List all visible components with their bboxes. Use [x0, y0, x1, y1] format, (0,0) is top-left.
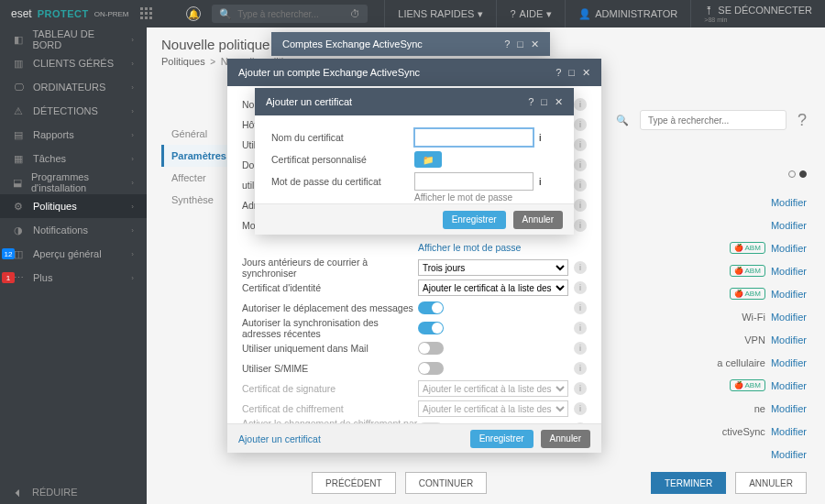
chevron-right-icon: › [131, 203, 134, 211]
sidebar-item-1[interactable]: ▥CLIENTS GÉRÉS› [0, 51, 147, 75]
field-label: Autoriser la synchronisation des adresse… [242, 317, 418, 339]
info-icon[interactable]: i [574, 179, 587, 192]
sync-days-select[interactable]: Trois jours [418, 259, 568, 276]
info-icon[interactable]: i [539, 176, 541, 187]
info-icon[interactable]: i [574, 199, 587, 212]
chevron-right-icon: › [131, 60, 134, 68]
toggle-dots[interactable] [788, 170, 807, 178]
info-icon[interactable]: i [574, 322, 587, 334]
modify-link[interactable]: Modifier [771, 380, 807, 391]
list-item: Wi-FiModifier [605, 305, 807, 328]
badge: 12 [2, 248, 15, 259]
item-label: ne [605, 403, 765, 414]
chevron-down-icon: ▾ [546, 8, 552, 20]
smime-toggle[interactable] [418, 362, 444, 375]
bell-icon[interactable]: 🔔 [186, 6, 201, 21]
info-icon[interactable]: i [574, 138, 587, 151]
sidebar-item-5[interactable]: ▦Tâches› [0, 147, 147, 170]
modify-link[interactable]: Modifier [771, 197, 807, 208]
modify-link[interactable]: Modifier [771, 243, 807, 254]
cert-name-input[interactable] [414, 128, 534, 147]
sidebar-item-4[interactable]: ▤Rapports› [0, 123, 147, 147]
help-icon[interactable]: ? [556, 67, 561, 79]
help-menu[interactable]: ? AIDE ▾ [496, 0, 565, 27]
list-item: 🍎 ABMModifier [605, 236, 807, 259]
user-icon: 👤 [578, 8, 591, 20]
sidebar-item-2[interactable]: 🖵ORDINATEURS› [0, 75, 147, 99]
crumb-policies[interactable]: Politiques [161, 56, 205, 67]
sidebar-item-10[interactable]: 1⋯Plus› [0, 266, 147, 290]
sidebar-item-3[interactable]: ⚠DÉTECTIONS› [0, 99, 147, 123]
quick-links[interactable]: LIENS RAPIDES ▾ [384, 0, 496, 27]
modify-link[interactable]: Modifier [771, 289, 807, 300]
identity-cert-select[interactable]: Ajouter le certificat à la liste des cer… [418, 279, 568, 296]
modify-link[interactable]: Modifier [771, 449, 807, 460]
info-icon[interactable]: i [574, 362, 587, 375]
show-password-link[interactable]: Afficher le mot de passe [414, 192, 557, 203]
close-icon[interactable]: ✕ [555, 96, 563, 108]
info-icon[interactable]: i [574, 159, 587, 171]
wizard-finish-button[interactable]: TERMINER [651, 472, 726, 494]
maximize-icon[interactable]: □ [517, 38, 523, 50]
policy-list: ModifierModifier🍎 ABMModifier🍎 ABMModifi… [605, 191, 807, 466]
sidebar-collapse[interactable]: ⏴RÉDUIRE [0, 480, 147, 504]
sidebar-icon: ▤ [13, 129, 24, 140]
sidebar-item-0[interactable]: ◧TABLEAU DE BORD› [0, 27, 147, 51]
show-password-link[interactable]: Afficher le mot de passe [418, 242, 521, 253]
help-icon[interactable]: ? [798, 111, 807, 130]
info-icon[interactable]: i [574, 261, 587, 274]
modal3-cancel-button[interactable]: Annuler [513, 211, 563, 229]
modify-link[interactable]: Modifier [771, 266, 807, 277]
info-icon[interactable]: i [574, 118, 587, 131]
info-icon[interactable]: i [574, 342, 587, 355]
info-icon[interactable]: i [574, 382, 587, 395]
field-label: Jours antérieurs de courrier à synchroni… [242, 257, 418, 279]
chevron-right-icon: › [131, 36, 134, 44]
info-icon[interactable]: i [574, 98, 587, 111]
modify-link[interactable]: Modifier [771, 334, 807, 345]
info-icon[interactable]: i [574, 281, 587, 294]
help-icon[interactable]: ? [504, 38, 510, 50]
maximize-icon[interactable]: □ [568, 67, 575, 79]
sidebar-item-7[interactable]: ⚙Politiques› [0, 194, 147, 218]
modal3-save-button[interactable]: Enregistrer [443, 211, 506, 229]
search-icon: 🔍 [616, 115, 629, 126]
cert-pwd-input[interactable] [414, 172, 534, 191]
wizard-cancel-button[interactable]: ANNULER [735, 472, 807, 494]
close-icon[interactable]: ✕ [582, 67, 590, 79]
apps-icon[interactable] [140, 7, 153, 20]
close-icon[interactable]: ✕ [531, 38, 539, 50]
modal2-save-button[interactable]: Enregistrer [470, 430, 534, 448]
only-mail-toggle[interactable] [418, 342, 444, 355]
global-search-input[interactable] [237, 9, 345, 19]
sidebar-icon: 🖵 [13, 82, 24, 93]
modify-link[interactable]: Modifier [771, 426, 807, 437]
global-search[interactable]: 🔍 ⏱ [212, 5, 368, 23]
file-browse-button[interactable]: 📁 [414, 151, 442, 168]
logout-button[interactable]: ⭱ SE DÉCONNECTER >88 min [690, 0, 825, 27]
info-icon[interactable]: i [574, 219, 587, 232]
modify-link[interactable]: Modifier [771, 357, 807, 368]
help-icon[interactable]: ? [528, 96, 534, 108]
user-menu[interactable]: 👤 ADMINISTRATOR [565, 0, 690, 27]
allow-recent-sync-toggle[interactable] [418, 322, 444, 334]
info-icon[interactable]: i [539, 132, 541, 143]
wizard-continue-button[interactable]: CONTINUER [405, 472, 487, 494]
wizard-prev-button[interactable]: PRÉCÉDENT [312, 472, 396, 494]
sidebar-item-8[interactable]: ◑Notifications› [0, 218, 147, 242]
modify-link[interactable]: Modifier [771, 403, 807, 414]
modify-link[interactable]: Modifier [771, 220, 807, 231]
info-icon[interactable]: i [574, 301, 587, 314]
abm-badge: 🍎 ABM [730, 242, 765, 254]
content-search-input[interactable] [640, 110, 786, 130]
info-icon[interactable]: i [574, 402, 587, 415]
modal2-cancel-button[interactable]: Annuler [541, 430, 590, 448]
search-icon: 🔍 [219, 8, 232, 20]
item-label: VPN [605, 334, 765, 345]
modify-link[interactable]: Modifier [771, 312, 807, 323]
sidebar-item-6[interactable]: ⬓Programmes d'installation› [0, 170, 147, 194]
add-cert-link[interactable]: Ajouter un certificat [238, 433, 321, 444]
sidebar-item-9[interactable]: 12◫Aperçu général› [0, 242, 147, 266]
allow-move-toggle[interactable] [418, 301, 444, 314]
maximize-icon[interactable]: □ [541, 96, 547, 108]
